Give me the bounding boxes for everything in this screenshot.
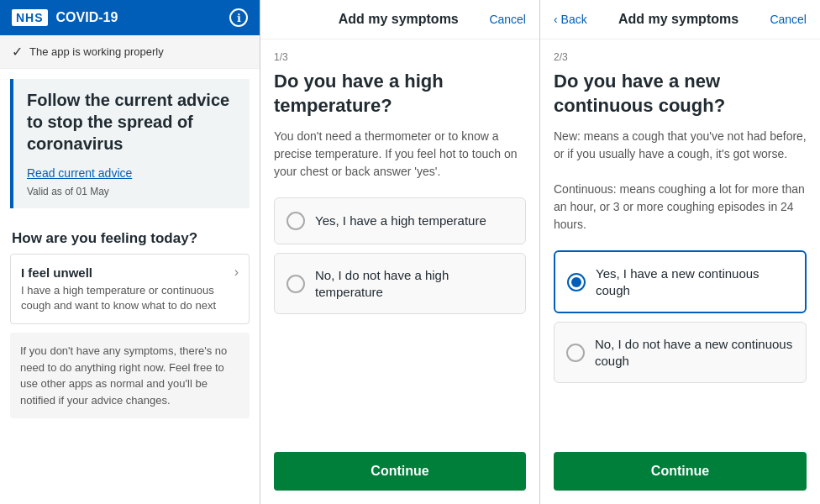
modal-title-cough: Add my symptoms [618,12,739,27]
option-no-temp-label: No, I do not have a high temperature [315,267,513,300]
feeling-item-desc: I have a high temperature or continuous … [21,283,239,313]
step-indicator-cough: 2/3 [554,51,807,63]
app-title: COVID-19 [56,10,118,25]
check-icon: ✓ [12,44,23,60]
advice-heading: Follow the current advice to stop the sp… [27,89,239,155]
option-yes-cough[interactable]: Yes, I have a new continuous cough [554,250,807,313]
nhs-logo-area: NHS COVID-19 [12,9,118,26]
option-no-temperature[interactable]: No, I do not have a high temperature [274,253,526,314]
continue-btn-area-cough: Continue [540,442,820,504]
advice-valid-date: Valid as of 01 May [27,186,109,197]
cancel-button-cough[interactable]: Cancel [770,13,807,26]
desc-new: New: means a cough that you've not had b… [554,129,807,160]
radio-dot-yes-cough [571,277,581,287]
option-no-cough-label: No, I do not have a new continuous cough [595,336,794,369]
modal-title-temp: Add my symptoms [339,12,459,27]
advice-card: Follow the current advice to stop the sp… [10,79,250,208]
status-bar: ✓ The app is working properly [0,35,260,69]
option-yes-temperature[interactable]: Yes, I have a high temperature [274,197,526,244]
continue-btn-area-temp: Continue [260,442,539,504]
option-yes-temp-label: Yes, I have a high temperature [315,213,486,229]
question-desc-temp: You don't need a thermometer or to know … [274,128,526,181]
question-desc-cough: New: means a cough that you've not had b… [554,128,807,234]
panel-temperature: Add my symptoms Cancel 1/3 Do you have a… [260,0,540,504]
cancel-button-temp[interactable]: Cancel [489,13,526,26]
read-advice-link[interactable]: Read current advice [27,166,239,180]
continue-button-cough[interactable]: Continue [554,452,807,491]
question-title-cough: Do you have a new continuous cough? [554,70,807,118]
no-symptoms-section: If you don't have any symptoms, there's … [10,333,250,418]
status-text: The app is working properly [29,45,164,58]
question-content-cough: 2/3 Do you have a new continuous cough? … [540,39,820,442]
radio-circle-yes-temp [286,212,305,230]
option-yes-cough-label: Yes, I have a new continuous cough [596,265,793,298]
question-title-temp: Do you have a high temperature? [274,70,526,118]
radio-circle-no-temp [286,275,305,293]
panel-home: NHS COVID-19 ℹ ✓ The app is working prop… [0,0,260,504]
continue-button-temp[interactable]: Continue [274,452,526,491]
modal-header-temp: Add my symptoms Cancel [260,0,539,39]
radio-circle-no-cough [566,344,585,362]
no-symptoms-text: If you don't have any symptoms, there's … [20,344,227,407]
feeling-item-title: I feel unwell [21,265,92,280]
modal-header-cough: ‹ Back Add my symptoms Cancel [540,0,820,39]
header-center-cough: Add my symptoms [618,12,739,27]
chevron-right-icon: › [234,265,239,280]
option-no-cough[interactable]: No, I do not have a new continuous cough [554,322,807,383]
info-icon[interactable]: ℹ [229,8,248,27]
desc-continuous: Continuous: means coughing a lot for mor… [554,182,805,231]
radio-circle-yes-cough [567,273,586,291]
panel-cough: ‹ Back Add my symptoms Cancel 2/3 Do you… [540,0,820,504]
feeling-unwell-item[interactable]: I feel unwell › I have a high temperatur… [10,254,250,324]
feeling-item-header: I feel unwell › [21,265,239,280]
nhs-logo: NHS [12,9,48,26]
header-center: Add my symptoms [339,12,459,27]
nhs-header: NHS COVID-19 ℹ [0,0,260,35]
back-button[interactable]: ‹ Back [554,13,587,26]
question-content-temp: 1/3 Do you have a high temperature? You … [260,39,539,442]
step-indicator-temp: 1/3 [274,51,526,63]
feeling-section-title: How are you feeling today? [0,218,260,254]
